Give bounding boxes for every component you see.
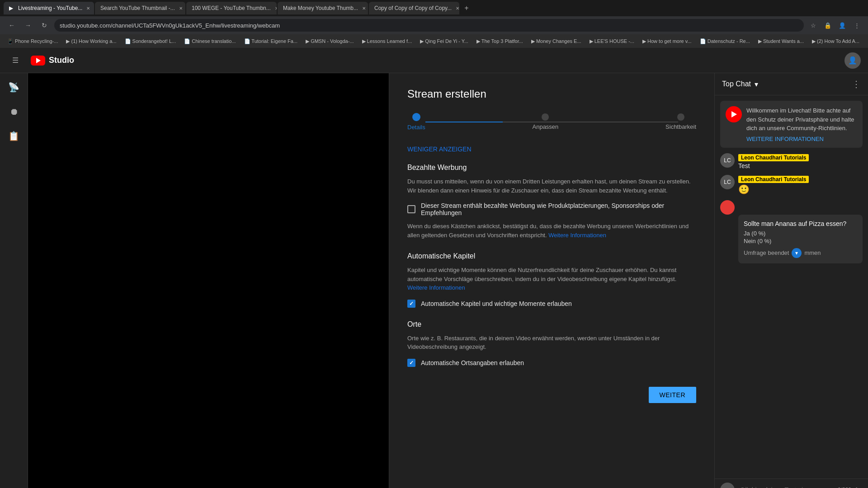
bookmark-10[interactable]: ▶ Money Changes E... [528,38,585,45]
sidebar-record-icon[interactable]: ⏺ [4,101,24,122]
tab-5[interactable]: Copy of Copy of Copy of Copy... ✕ [369,2,459,14]
chat-title-text: Top Chat [722,80,751,88]
tab-5-close[interactable]: ✕ [454,5,459,11]
browser-chrome: ▶ Livestreaming - YouTube... ✕ Search Yo… [0,0,868,48]
forward-button[interactable]: → [22,19,34,32]
extension-icon-2[interactable]: 👤 [836,19,848,31]
automatische-kapitel-checkbox-label: Automatische Kapitel und wichtige Moment… [421,300,572,307]
bezahlte-werbung-checkbox-row: Dieser Stream enthält bezahlte Werbung w… [407,202,696,216]
bookmark-4[interactable]: 📄 Chinese translatio... [180,38,239,45]
refresh-button[interactable]: ↻ [38,19,51,32]
poll-card-container: Sollte man Ananas auf Pizza essen? Ja (0… [720,200,863,263]
automatische-kapitel-checkbox-row: Automatische Kapitel und wichtige Moment… [407,300,696,308]
poll-vote-text: mmen [804,249,821,256]
chat-avatar-1: LC [720,153,735,168]
bookmark-1[interactable]: 📱 Phone Recycling-... [4,38,61,45]
poll-header-row [720,200,863,215]
youtube-studio-logo: Studio [31,56,74,66]
tab-2-label: Search YouTube Thumbnail -... [100,5,175,11]
weniger-anzeigen-link[interactable]: WENIGER ANZEIGEN [407,145,472,153]
automatische-kapitel-title: Automatische Kapitel [407,252,696,260]
tab-2[interactable]: Search YouTube Thumbnail -... ✕ [95,2,185,14]
tab-favicon-1: ▶ [9,5,15,11]
orte-desc: Orte wie z. B. Restaurants, die in deine… [407,334,696,352]
automatische-kapitel-checkbox[interactable] [407,300,415,308]
tab-1[interactable]: ▶ Livestreaming - YouTube... ✕ [4,2,94,14]
chat-welcome-card: Willkommen im Livechat! Bitte achte auf … [720,101,863,148]
address-bar[interactable]: studio.youtube.com/channel/UCTa5FWVn0gUk… [54,19,804,32]
poll-question: Sollte man Ananas auf Pizza essen? [744,220,857,227]
bookmark-16[interactable]: 📄 Download - Cook... [864,38,868,45]
poll-vote-icon: ▾ [792,248,802,258]
tab-4-close[interactable]: ✕ [361,5,367,11]
chat-input-field[interactable] [738,483,834,488]
poll-card: Sollte man Ananas auf Pizza essen? Ja (0… [738,215,863,263]
automatische-kapitel-desc: Kapitel und wichtige Momente können die … [407,266,696,292]
orte-checkbox-label: Automatische Ortsangaben erlauben [421,359,524,366]
bookmark-3[interactable]: 📄 Sonderangebot! L... [121,38,180,45]
orte-section: Orte Orte wie z. B. Restaurants, die in … [407,320,696,367]
settings-icon[interactable]: ⋮ [851,19,863,31]
bookmark-15[interactable]: ▶ (2) How To Add A... [808,38,863,45]
bookmark-13[interactable]: 📄 Datenschutz - Re... [696,38,754,45]
chat-message-1: LC Leon Chaudhari Tutorials Test [720,153,863,169]
bezahlte-werbung-link[interactable]: Weitere Informationen [548,232,606,239]
orte-title: Orte [407,320,696,328]
bookmark-11[interactable]: ▶ LEE'S HOUSE -... [586,38,638,45]
orte-checkbox-row: Automatische Ortsangaben erlauben [407,359,696,367]
bookmark-6[interactable]: ▶ GMSN - Vologda-... [302,38,357,45]
sidebar-livestream-icon[interactable]: 📡 [4,77,24,98]
chat-welcome-link[interactable]: WEITERE INFORMATIONEN [746,136,857,142]
sidebar-manage-icon[interactable]: 📋 [4,126,24,146]
stepper-line-active [425,122,503,122]
chat-text-1: Test [738,162,863,169]
tab-5-label: Copy of Copy of Copy of Copy... [374,5,452,11]
chevron-down-icon: ▾ [755,80,758,89]
stream-form-panel: Stream erstellen Details Anpassen Sichtb… [389,73,714,488]
tab-1-label: Livestreaming - YouTube... [18,5,82,11]
youtube-icon [31,56,45,66]
chat-more-button[interactable]: ⋮ [852,79,861,89]
orte-checkbox[interactable] [407,359,415,367]
tab-1-close[interactable]: ✕ [85,5,91,11]
tab-4[interactable]: Make Money Youtube Thumb... ✕ [278,2,368,14]
chat-msg-content-1: Leon Chaudhari Tutorials Test [738,153,863,169]
hamburger-menu-button[interactable]: ☰ [7,52,24,69]
step-label-details: Details [407,124,425,131]
bookmarks-bar: 📱 Phone Recycling-... ▶ (1) How Working … [0,34,868,48]
send-button[interactable]: ➤ [855,484,863,488]
poll-ended-text: Umfrage beendet [744,249,789,256]
bookmark-5[interactable]: 📄 Tutorial: Eigene Fa... [241,38,302,45]
tab-2-close[interactable]: ✕ [178,5,184,11]
automatische-kapitel-link[interactable]: Weitere Informationen [407,284,465,291]
bookmark-7[interactable]: ▶ Lessons Learned f... [359,38,416,45]
chat-input-area: LC 0/200 ➤ 😊 💲 [715,479,868,488]
bookmark-14[interactable]: ▶ Student Wants a... [755,38,807,45]
bezahlte-werbung-checkbox-label: Dieser Stream enthält bezahlte Werbung w… [421,202,696,216]
stepper: Details Anpassen Sichtbarkeit [407,113,696,131]
bookmark-9[interactable]: ▶ The Top 3 Platfor... [473,38,527,45]
chat-title-dropdown[interactable]: Top Chat ▾ [722,80,758,89]
left-sidebar: 📡 ⏺ 📋 [0,73,28,488]
bookmark-12[interactable]: ▶ How to get more v... [639,38,695,45]
user-avatar[interactable]: 👤 [844,52,861,69]
bookmark-8[interactable]: ▶ Qing Fei De Yi - Y... [416,38,472,45]
step-dot-anpassen [542,113,549,121]
extension-icon-1[interactable]: 🔒 [822,19,834,31]
stream-preview-area [28,73,389,488]
step-details: Details [407,113,425,131]
new-tab-button[interactable]: + [460,2,473,14]
back-button[interactable]: ← [5,19,18,32]
bookmark-2[interactable]: ▶ (1) How Working a... [62,38,120,45]
tab-3-close[interactable]: ✕ [274,5,277,11]
tab-3[interactable]: 100 WEGE - YouTube Thumbn... ✕ [186,2,277,14]
bookmark-icon[interactable]: ☆ [807,19,819,31]
more-vertical-icon: ⋮ [852,79,861,89]
weiter-button[interactable]: WEITER [649,387,696,403]
bezahlte-werbung-checkbox[interactable] [407,205,415,213]
stream-preview [28,73,389,488]
step-dot-details [412,113,420,121]
toolbar-icons: ☆ 🔒 👤 ⋮ [807,19,863,31]
automatische-kapitel-section: Automatische Kapitel Kapitel und wichtig… [407,252,696,308]
manage-icon: 📋 [8,131,19,141]
